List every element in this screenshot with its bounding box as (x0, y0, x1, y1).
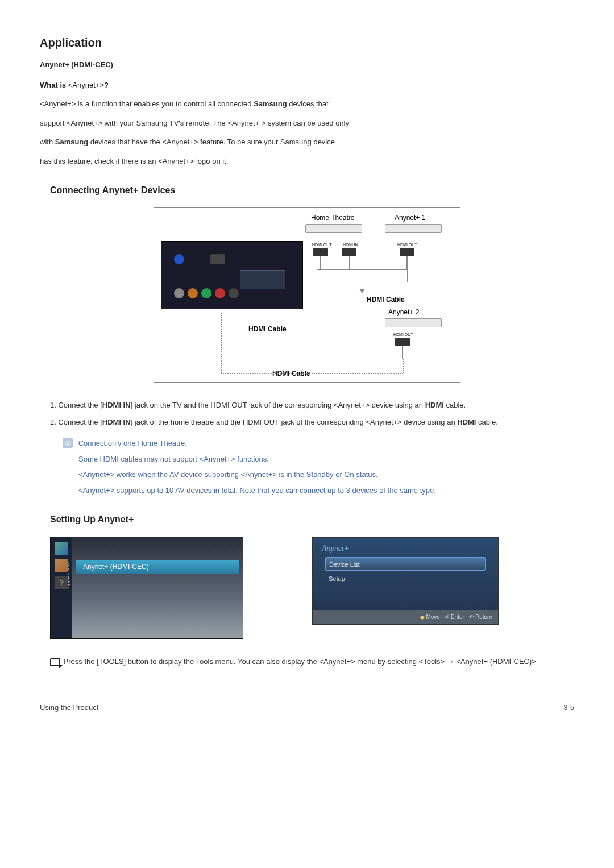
enter-icon: ⏎ (445, 614, 449, 620)
menu2-item-device-list: Device List (325, 557, 486, 571)
menu-screenshot-anynet: Anynet+ Device List Setup ◆ Move ⏎ Enter… (312, 537, 499, 625)
intro-line-4: has this feature, check if there is an <… (40, 156, 574, 167)
menu2-footer-controls: ◆ Move ⏎ Enter ↶ Return (420, 613, 492, 621)
diagram-anynet2-device (385, 318, 442, 327)
diagram-port-label-hdmi-out-2: HDMI OUT (397, 242, 417, 248)
diagram-port-label-hdmi-in: HDMI IN (343, 242, 358, 248)
connection-diagram: Home Theatre Anynet+ 1 HDMI OUT HDMI IN … (154, 207, 460, 383)
return-icon: ↶ (469, 614, 474, 620)
diagram-home-theatre-device (305, 224, 362, 233)
setting-up-heading: Setting Up Anynet+ (50, 513, 574, 526)
diagram-port-label-hdmi-out-3: HDMI OUT (393, 332, 413, 338)
footer-right: 3-5 (563, 702, 574, 713)
anynet-icon (55, 559, 68, 572)
step-2: 2. Connect the [HDMI IN] jack of the hom… (50, 417, 564, 428)
menu1-item-anynet: Anynet+ (HDMI-CEC) (76, 560, 239, 574)
tools-icon (55, 542, 68, 555)
footer-left: Using the Product (40, 702, 98, 713)
intro-line-1: <Anynet+> is a function that enables you… (40, 98, 574, 110)
diagram-hdmi-cable-1: HDMI Cable (367, 296, 405, 305)
connecting-heading: Connecting Anynet+ Devices (50, 184, 574, 197)
help-icon: ? (55, 576, 68, 589)
step-1: 1. Connect the [HDMI IN] jack on the TV … (50, 400, 564, 411)
diagram-port-label-hdmi-out-1: HDMI OUT (312, 242, 332, 248)
diagram-port-ht-out (313, 248, 328, 256)
menu2-item-setup: Setup (325, 572, 486, 585)
tools-paragraph: Press the [TOOLS] button to display the … (50, 656, 564, 667)
note-item: ◎ Connect only one Home Theatre. (63, 438, 574, 449)
diagram-tv-panel (161, 241, 303, 309)
diagram-port-a1-out (400, 248, 414, 256)
diagram-port-ht-in (342, 248, 356, 256)
diagram-anynet1-device (385, 224, 442, 233)
note-item: Some HDMI cables may not support <Anynet… (63, 454, 574, 465)
diagram-anynet2-label: Anynet+ 2 (388, 308, 419, 317)
tools-button-icon (50, 658, 60, 666)
feature-name: Anynet+ (HDMI-CEC) (40, 59, 574, 70)
intro-line-2: support <Anynet+> with your Samsung TV's… (40, 118, 574, 129)
move-icon: ◆ (420, 614, 425, 620)
diagram-anynet1-label: Anynet+ 1 (395, 214, 425, 223)
intro-line-3: with Samsung devices that have the <Anyn… (40, 136, 574, 148)
menu2-title: Anynet+ (322, 542, 349, 554)
note-item: <Anynet+> works when the AV device suppo… (63, 469, 574, 480)
note-list: ◎ Connect only one Home Theatre. Some HD… (63, 438, 574, 496)
what-is-heading: What is <Anynet+>? (40, 80, 574, 91)
footer-divider (40, 696, 574, 696)
diagram-home-theatre-label: Home Theatre (311, 214, 354, 223)
note-icon: ◎ (63, 438, 73, 448)
page-title: Application (40, 34, 574, 51)
note-item: <Anynet+> supports up to 10 AV devices i… (63, 485, 574, 496)
menu-screenshot-application: Application ? Anynet+ (HDMI-CEC) (50, 537, 243, 639)
diagram-port-a2-out (395, 338, 410, 346)
diagram-hdmi-cable-2: HDMI Cable (248, 325, 287, 334)
